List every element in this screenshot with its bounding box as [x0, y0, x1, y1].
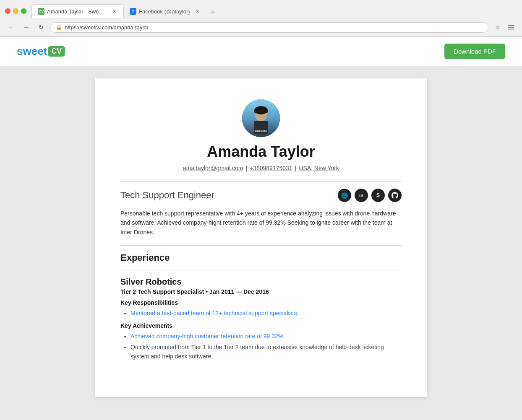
- separator-line-2: [120, 245, 402, 246]
- nav-bar: ← → ↻ 🔒 https://sweetcv.com/amanda-taylo…: [0, 18, 522, 36]
- browser-actions: ☆: [492, 21, 517, 33]
- cv-title-row: Tech Support Engineer 🌐 in S: [120, 189, 402, 202]
- responsibilities-list: Mentored a fast-paced team of 12+ techni…: [120, 309, 402, 318]
- address-text: https://sweetcv.com/amanda-taylor: [65, 24, 483, 31]
- achievement-1: Achieved company-high customer retention…: [130, 333, 283, 340]
- tab-2-facebook[interactable]: f Facebook (@ataylor) ✕: [124, 5, 207, 18]
- back-button[interactable]: ←: [5, 21, 17, 33]
- experience-title: Experience: [120, 252, 402, 263]
- facebook-favicon: f: [130, 8, 136, 15]
- github-icon[interactable]: [388, 189, 402, 202]
- separator-1: |: [245, 165, 247, 171]
- traffic-lights: [5, 8, 26, 14]
- responsibility-1: Mentored a fast-paced team of 12+ techni…: [130, 310, 298, 316]
- app-header: sweet CV Download PDF: [0, 37, 522, 66]
- job-position: Tier 2 Tech Support Specialist • Jan 201…: [120, 288, 402, 295]
- tab-1-label: Amanda Taylor - SweetCV: [47, 8, 107, 15]
- profile-button[interactable]: [505, 21, 517, 33]
- location-link[interactable]: USA, New York: [299, 165, 339, 171]
- tab-2-label: Facebook (@ataylor): [139, 8, 190, 15]
- bookmark-button[interactable]: ☆: [492, 21, 504, 33]
- minimize-button[interactable]: [13, 8, 18, 14]
- avatar: NEW WORK: [242, 99, 280, 137]
- title-bar: CV Amanda Taylor - SweetCV ✕ f Facebook …: [0, 0, 522, 18]
- download-pdf-button[interactable]: Download PDF: [444, 44, 505, 59]
- close-button[interactable]: [5, 8, 10, 14]
- cv-contact: ama.taylor@gmail.com | +380989175031 | U…: [183, 165, 339, 171]
- cv-summary: Personable tech support representative w…: [120, 209, 402, 237]
- cv-name: Amanda Taylor: [207, 143, 315, 161]
- main-content: NEW WORK Amanda Taylor ama.taylor@gmail.…: [0, 66, 522, 410]
- forward-button[interactable]: →: [20, 21, 32, 33]
- new-tab-button[interactable]: +: [207, 6, 219, 18]
- tab-1-close[interactable]: ✕: [111, 8, 117, 15]
- logo-sweet: sweet: [17, 45, 47, 58]
- social-icons: 🌐 in S: [338, 189, 402, 202]
- sweetcv-favicon: CV: [38, 8, 44, 15]
- browser-chrome: CV Amanda Taylor - SweetCV ✕ f Facebook …: [0, 0, 522, 37]
- achievements-list: Achieved company-high customer retention…: [120, 332, 402, 361]
- tab-1-sweetcv[interactable]: CV Amanda Taylor - SweetCV ✕: [31, 4, 124, 18]
- svg-rect-3: [254, 110, 268, 113]
- phone-link[interactable]: +380989175031: [250, 165, 292, 171]
- skype-icon[interactable]: S: [371, 189, 385, 202]
- list-item: Achieved company-high customer retention…: [130, 332, 402, 341]
- cv-paper: NEW WORK Amanda Taylor ama.taylor@gmail.…: [95, 78, 427, 397]
- address-bar[interactable]: 🔒 https://sweetcv.com/amanda-taylor: [50, 22, 488, 33]
- maximize-button[interactable]: [21, 8, 26, 14]
- email-link[interactable]: ama.taylor@gmail.com: [183, 165, 243, 171]
- responsibilities-title: Key Responsibilities: [120, 299, 402, 306]
- linkedin-icon[interactable]: in: [355, 189, 368, 202]
- tab-2-close[interactable]: ✕: [194, 8, 201, 15]
- logo: sweet CV: [17, 45, 65, 58]
- separator-2: |: [295, 165, 297, 171]
- list-item: Quickly promoted from Tier 1 to the Tier…: [130, 342, 402, 361]
- achievement-2: Quickly promoted from Tier 1 to the Tier…: [130, 344, 384, 360]
- lock-icon: 🔒: [56, 24, 62, 30]
- logo-cv: CV: [48, 46, 65, 57]
- company-name: Silver Robotics: [120, 277, 402, 287]
- website-icon[interactable]: 🌐: [338, 189, 351, 202]
- tabs-container: CV Amanda Taylor - SweetCV ✕ f Facebook …: [31, 4, 517, 18]
- reload-button[interactable]: ↻: [35, 21, 47, 33]
- list-item: Mentored a fast-paced team of 12+ techni…: [130, 309, 402, 318]
- svg-text:NEW WORK: NEW WORK: [255, 130, 267, 132]
- separator-line-3: [120, 270, 402, 270]
- cv-job-title: Tech Support Engineer: [120, 190, 214, 201]
- separator-line-1: [120, 181, 402, 182]
- cv-header: NEW WORK Amanda Taylor ama.taylor@gmail.…: [120, 99, 402, 171]
- achievements-title: Key Achievements: [120, 322, 402, 329]
